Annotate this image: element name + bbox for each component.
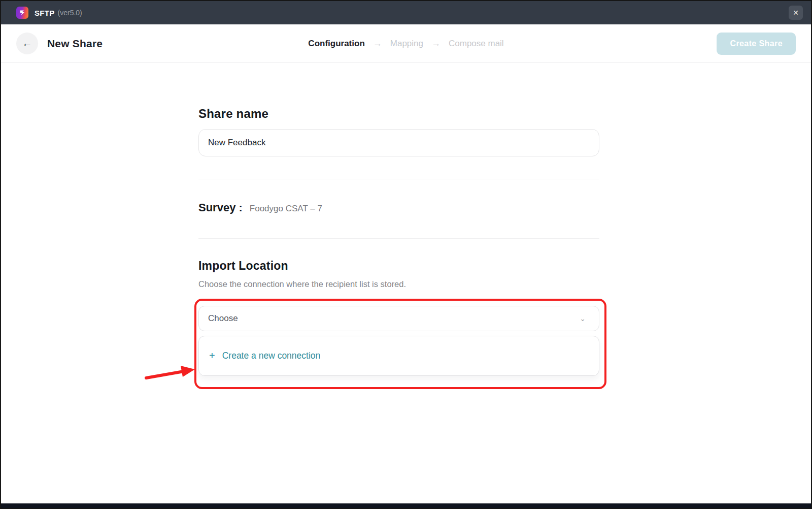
- step-compose-mail[interactable]: Compose mail: [449, 39, 504, 49]
- close-icon[interactable]: ✕: [789, 6, 803, 20]
- chevron-down-icon: ⌄: [580, 314, 586, 323]
- app-window: SFTP (ver5.0) ✕ ← New Share Configuratio…: [0, 0, 812, 509]
- bottom-bar: [1, 503, 811, 508]
- survey-value: Foodygo CSAT – 7: [250, 204, 322, 214]
- divider: [198, 238, 599, 239]
- step-mapping[interactable]: Mapping: [390, 39, 423, 49]
- app-name: SFTP: [35, 9, 55, 17]
- share-name-input[interactable]: [198, 129, 599, 156]
- step-arrow-icon: →: [431, 38, 441, 49]
- back-arrow-icon: ←: [22, 38, 32, 49]
- create-new-connection-option[interactable]: + Create a new connection: [209, 350, 320, 362]
- main-content: Share name Survey : Foodygo CSAT – 7 Imp…: [1, 63, 811, 503]
- connection-dropdown-panel: + Create a new connection: [198, 336, 599, 376]
- import-location-heading: Import Location: [198, 259, 599, 273]
- survey-row: Survey : Foodygo CSAT – 7: [198, 201, 322, 214]
- divider: [198, 179, 599, 179]
- connection-dropdown[interactable]: Choose ⌄: [198, 306, 599, 331]
- stepper: Configuration → Mapping → Compose mail: [308, 38, 503, 49]
- share-name-heading: Share name: [198, 107, 599, 121]
- app-version: (ver5.0): [58, 9, 82, 17]
- annotation-arrow-icon: [137, 355, 198, 380]
- step-arrow-icon: →: [373, 38, 382, 49]
- page-title: New Share: [47, 38, 103, 50]
- page-header: ← New Share Configuration → Mapping → Co…: [1, 24, 811, 63]
- connection-dropdown-value: Choose: [208, 313, 238, 324]
- create-share-button[interactable]: Create Share: [717, 33, 796, 55]
- plus-icon: +: [209, 350, 215, 362]
- back-button[interactable]: ←: [16, 33, 38, 54]
- survey-label: Survey :: [198, 201, 243, 214]
- create-new-connection-label: Create a new connection: [222, 351, 321, 361]
- app-logo-icon: [16, 7, 28, 19]
- import-location-description: Choose the connection where the recipien…: [198, 279, 406, 289]
- step-configuration[interactable]: Configuration: [308, 39, 364, 49]
- titlebar: SFTP (ver5.0) ✕: [1, 1, 811, 24]
